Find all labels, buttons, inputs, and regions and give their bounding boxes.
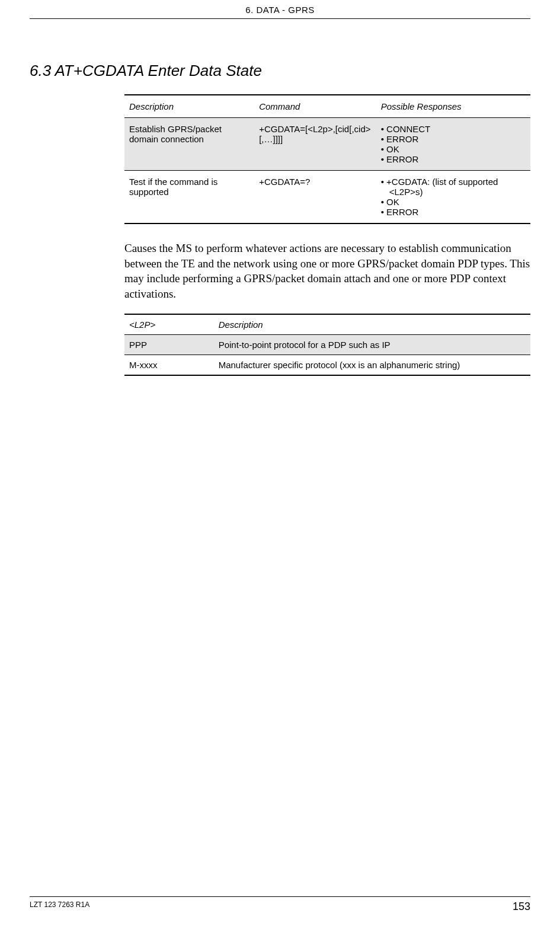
cell-cmd: +CGDATA=[<L2p>,[cid[,cid>[,…]]]] (254, 118, 376, 171)
cell-l2p: M-xxxx (124, 355, 214, 375)
table-row: Test if the command is supported +CGDATA… (124, 171, 530, 224)
cell-pdesc: Manufacturer specific protocol (xxx is a… (214, 355, 530, 375)
cell-resp: CONNECT ERROR OK ERROR (376, 118, 530, 171)
cell-resp: +CGDATA: (list of supported <L2P>s) OK E… (376, 171, 530, 224)
body-paragraph: Causes the MS to perform whatever action… (124, 241, 530, 302)
table-row: PPP Point-to-point protocol for a PDP su… (124, 334, 530, 355)
cell-desc: Establish GPRS/packet domain connection (124, 118, 254, 171)
command-table: Description Command Possible Responses E… (124, 94, 530, 224)
col-desc: Description (124, 95, 254, 118)
table-row: M-xxxx Manufacturer specific protocol (x… (124, 355, 530, 375)
cell-cmd: +CGDATA=? (254, 171, 376, 224)
col-cmd: Command (254, 95, 376, 118)
col-pdesc: Description (214, 314, 530, 335)
resp-item: ERROR (389, 134, 526, 144)
cell-pdesc: Point-to-point protocol for a PDP such a… (214, 334, 530, 355)
resp-item: +CGDATA: (list of supported <L2P>s) (389, 177, 526, 197)
resp-item: OK (389, 197, 526, 207)
page-footer: LZT 123 7263 R1A 153 (30, 896, 530, 913)
param-table: <L2P> Description PPP Point-to-point pro… (124, 314, 530, 376)
doc-id: LZT 123 7263 R1A (30, 901, 89, 913)
col-resp: Possible Responses (376, 95, 530, 118)
page-header: 6. DATA - GPRS (30, 0, 530, 19)
resp-item: CONNECT (389, 124, 526, 134)
section-title: 6.3 AT+CGDATA Enter Data State (30, 62, 530, 80)
cell-desc: Test if the command is supported (124, 171, 254, 224)
resp-item: ERROR (389, 207, 526, 217)
cell-l2p: PPP (124, 334, 214, 355)
table-row: Establish GPRS/packet domain connection … (124, 118, 530, 171)
page-number: 153 (513, 901, 530, 913)
resp-item: ERROR (389, 154, 526, 164)
col-l2p: <L2P> (124, 314, 214, 335)
resp-item: OK (389, 144, 526, 154)
